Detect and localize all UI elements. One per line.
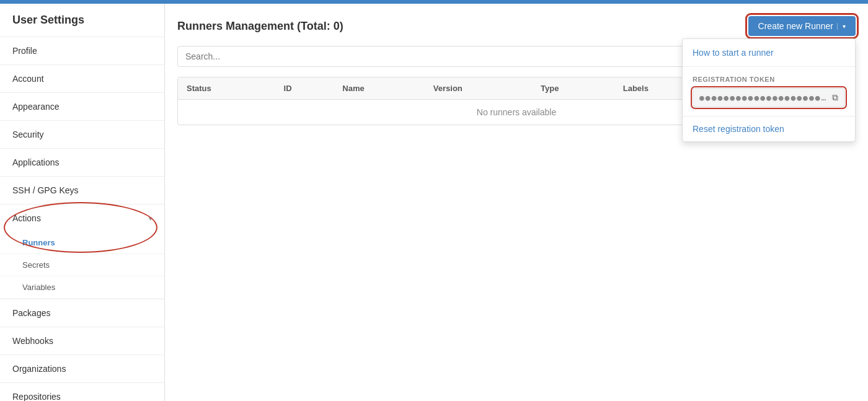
runners-label: Runners bbox=[22, 238, 55, 247]
sidebar-sub-items: Runners Secrets Variables bbox=[0, 232, 164, 299]
create-button-label: Create new Runner bbox=[758, 21, 833, 31]
token-row: ●●●●●●●●●●●●●●●●●●●●●●●●●●● ⧉ bbox=[693, 88, 845, 107]
main-header: Runners Management (Total: 0) Create new… bbox=[177, 16, 856, 36]
sidebar-item-label: SSH / GPG Keys bbox=[12, 185, 79, 195]
dropdown-arrow-icon: ▾ bbox=[837, 23, 846, 30]
sidebar-item-applications[interactable]: Applications bbox=[0, 149, 164, 177]
sidebar-item-webhooks[interactable]: Webhooks bbox=[0, 327, 164, 355]
registration-token-label: REGISTRATION TOKEN bbox=[693, 76, 845, 83]
col-name: Name bbox=[334, 77, 425, 100]
col-version: Version bbox=[425, 77, 532, 100]
secrets-label: Secrets bbox=[22, 260, 50, 270]
page-title: Runners Management (Total: 0) bbox=[177, 20, 343, 33]
registration-token-section: REGISTRATION TOKEN ●●●●●●●●●●●●●●●●●●●●●… bbox=[683, 67, 855, 116]
reset-registration-token-link[interactable]: Reset registration token bbox=[683, 116, 855, 141]
sidebar-item-label: Appearance bbox=[12, 102, 60, 112]
actions-label: Actions bbox=[12, 213, 41, 223]
sidebar-actions-header[interactable]: Actions ▾ bbox=[0, 205, 164, 232]
sidebar-item-variables[interactable]: Variables bbox=[0, 276, 164, 299]
sidebar: User Settings Profile Account Appearance… bbox=[0, 4, 165, 401]
sidebar-item-label: Webhooks bbox=[12, 336, 53, 346]
how-to-start-link[interactable]: How to start a runner bbox=[683, 39, 855, 67]
sidebar-item-label: Repositories bbox=[12, 392, 61, 401]
sidebar-item-label: Security bbox=[12, 130, 44, 139]
col-status: Status bbox=[178, 77, 275, 100]
copy-icon[interactable]: ⧉ bbox=[832, 92, 838, 103]
token-value: ●●●●●●●●●●●●●●●●●●●●●●●●●●● bbox=[699, 93, 828, 102]
sidebar-item-runners[interactable]: Runners bbox=[0, 232, 164, 254]
sidebar-item-label: Organizations bbox=[12, 364, 66, 374]
col-type: Type bbox=[532, 77, 614, 100]
sidebar-section-actions: Actions ▾ Runners Secrets Variables bbox=[0, 205, 164, 299]
main-content: Runners Management (Total: 0) Create new… bbox=[165, 4, 868, 401]
sidebar-item-security[interactable]: Security bbox=[0, 121, 164, 149]
sidebar-item-organizations[interactable]: Organizations bbox=[0, 355, 164, 383]
sidebar-item-secrets[interactable]: Secrets bbox=[0, 254, 164, 276]
sidebar-item-appearance[interactable]: Appearance bbox=[0, 93, 164, 121]
create-new-runner-button[interactable]: Create new Runner ▾ bbox=[748, 16, 856, 36]
sidebar-item-repositories[interactable]: Repositories bbox=[0, 383, 164, 401]
sidebar-title: User Settings bbox=[0, 4, 164, 37]
sidebar-item-ssh-gpg-keys[interactable]: SSH / GPG Keys bbox=[0, 177, 164, 205]
variables-label: Variables bbox=[22, 283, 55, 292]
sidebar-item-label: Account bbox=[12, 74, 44, 84]
runner-dropdown-popup: How to start a runner REGISTRATION TOKEN… bbox=[682, 38, 856, 142]
col-id: ID bbox=[275, 77, 334, 100]
sidebar-item-label: Applications bbox=[12, 157, 60, 167]
sidebar-item-label: Profile bbox=[12, 46, 37, 56]
sidebar-item-label: Packages bbox=[12, 308, 50, 318]
sidebar-item-profile[interactable]: Profile bbox=[0, 37, 164, 65]
sidebar-item-account[interactable]: Account bbox=[0, 65, 164, 93]
sidebar-item-packages[interactable]: Packages bbox=[0, 299, 164, 327]
chevron-down-icon: ▾ bbox=[149, 215, 152, 222]
